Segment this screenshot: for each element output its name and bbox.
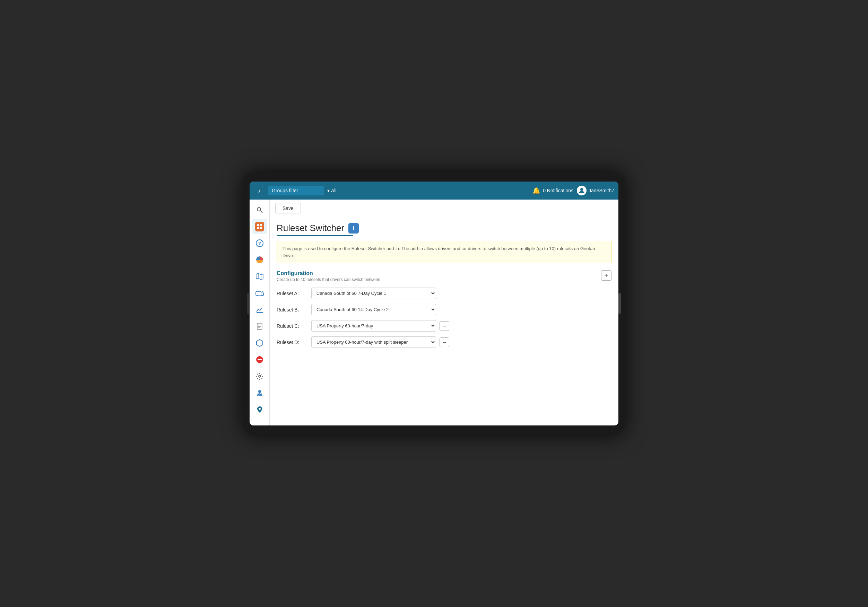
bell-icon: 🔔 [532,187,540,194]
svg-rect-6 [260,227,262,229]
svg-rect-5 [257,227,259,229]
remove-ruleset-d-button[interactable]: – [440,338,449,347]
ruleset-row-d: Ruleset D: Canada South of 60 7-Day Cycl… [277,336,611,348]
hexagon-icon [255,339,264,347]
svg-text:?: ? [258,241,261,246]
svg-point-0 [580,188,583,191]
sidebar-item-search[interactable] [252,202,267,218]
help-icon: ? [255,239,264,248]
sidebar-item-analytics[interactable] [252,252,267,268]
addin-icon [255,222,264,231]
toolbar: Save [270,200,618,217]
ruleset-d-select[interactable]: Canada South of 60 7-Day Cycle 1 Canada … [311,336,436,348]
sidebar-item-vehicles[interactable] [252,285,267,301]
ruleset-row-b: Ruleset B: Canada South of 60 7-Day Cycl… [277,304,611,315]
svg-point-27 [259,408,261,410]
sidebar-item-rules[interactable] [252,335,267,351]
svg-point-25 [257,393,259,395]
main-layout: ? [250,200,618,426]
user-avatar-icon [577,186,586,195]
info-badge-button[interactable]: i [349,223,359,234]
sidebar-item-drivers[interactable] [252,385,267,401]
config-title: Configuration [277,270,380,277]
svg-point-1 [257,207,261,211]
save-button[interactable]: Save [275,203,301,214]
trend-chart-icon [255,305,264,314]
sidebar-item-admin[interactable] [252,369,267,384]
ruleset-a-label: Ruleset A: [277,291,308,296]
page-title-row: Ruleset Switcher i [277,223,611,234]
svg-point-26 [260,393,262,395]
sidebar: ? [250,200,270,426]
config-subtitle: Create up to 10 rulesets that drivers ca… [277,277,380,282]
user-menu-button[interactable]: JaneSmith7 [577,186,614,195]
sidebar-item-map[interactable] [252,269,267,284]
sidebar-item-exceptions[interactable] [252,352,267,367]
ruleset-a-select[interactable]: Canada South of 60 7-Day Cycle 1 Canada … [311,288,436,299]
ruleset-b-select[interactable]: Canada South of 60 7-Day Cycle 1 Canada … [311,304,436,315]
content-area: Save Ruleset Switcher i This page is use… [270,200,618,426]
driver-icon [255,389,264,397]
page-content: Ruleset Switcher i This page is used to … [270,217,618,426]
reports-icon [255,322,264,331]
page-title: Ruleset Switcher [277,223,344,234]
svg-line-2 [260,211,262,213]
add-ruleset-button[interactable]: + [601,270,611,280]
svg-marker-20 [257,339,263,347]
svg-point-23 [259,375,261,377]
map-icon [255,272,264,281]
svg-point-24 [258,390,261,393]
filter-dropdown-arrow: ▾ [327,188,330,194]
svg-rect-12 [256,292,261,295]
configuration-section: Configuration Create up to 10 rulesets t… [277,270,611,348]
filter-value: All [331,188,336,194]
sidebar-toggle-button[interactable]: › [254,185,265,196]
title-underline [277,235,353,236]
groups-filter-dropdown[interactable]: ▾ All [327,188,336,194]
svg-point-14 [261,295,263,296]
truck-icon [255,289,264,297]
username-label: JaneSmith7 [589,188,614,194]
sidebar-item-help[interactable]: ? [252,235,267,251]
sidebar-item-addin[interactable] [252,219,267,234]
ruleset-row-c: Ruleset C: Canada South of 60 7-Day Cycl… [277,320,611,331]
search-icon [255,206,264,214]
screen: › ▾ All 🔔 0 Notifications JaneSmith7 [250,181,618,426]
sidebar-item-charts[interactable] [252,302,267,317]
config-header-text: Configuration Create up to 10 rulesets t… [277,270,380,282]
groups-filter-input[interactable] [268,186,324,195]
gear-icon [255,372,264,381]
no-entry-icon [255,355,264,364]
ruleset-c-select[interactable]: Canada South of 60 7-Day Cycle 1 Canada … [311,320,436,331]
ruleset-b-label: Ruleset B: [277,307,308,313]
svg-rect-22 [257,359,262,360]
sidebar-item-zones[interactable] [252,402,267,417]
svg-marker-9 [256,273,263,280]
config-header-row: Configuration Create up to 10 rulesets t… [277,270,611,282]
svg-point-13 [257,295,258,296]
svg-rect-4 [260,224,262,226]
topbar: › ▾ All 🔔 0 Notifications JaneSmith7 [250,181,618,200]
ruleset-d-label: Ruleset D: [277,339,308,345]
pie-chart-icon [255,255,264,264]
device-frame: › ▾ All 🔔 0 Notifications JaneSmith7 [243,172,625,435]
ruleset-row-a: Ruleset A: Canada South of 60 7-Day Cycl… [277,288,611,299]
remove-ruleset-c-button[interactable]: – [440,321,449,331]
notifications-label: 0 Notifications [543,188,574,194]
svg-rect-3 [257,224,259,226]
location-pin-icon [255,405,264,414]
ruleset-c-label: Ruleset C: [277,323,308,329]
info-banner: This page is used to configure the Rules… [277,241,611,263]
sidebar-item-reports[interactable] [252,319,267,334]
notifications-button[interactable]: 🔔 0 Notifications [532,187,574,194]
